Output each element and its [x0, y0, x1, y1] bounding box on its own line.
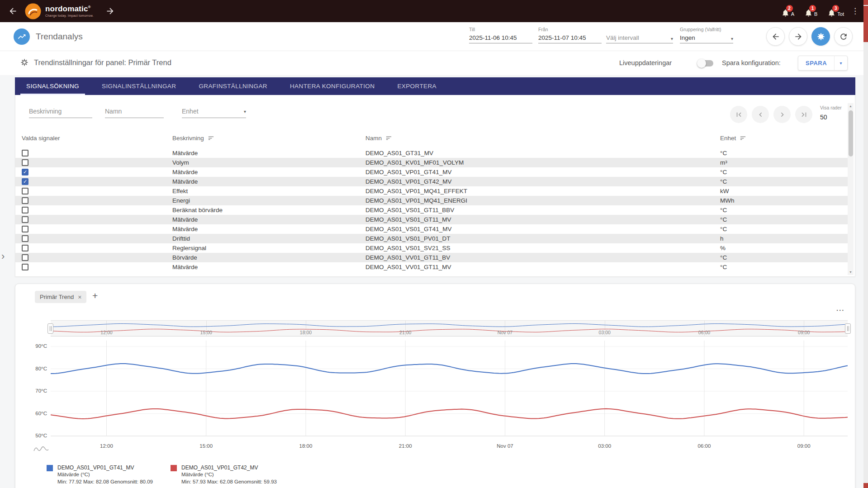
scrollbar-thumb[interactable] — [849, 110, 853, 156]
y-axis-label: 60°C — [21, 411, 47, 416]
tab-hantera-konfiguration[interactable]: HANTERA KONFIGURATION — [279, 77, 386, 95]
table-row[interactable]: VolymDEMO_AS01_KV01_MF01_VOLYMm³ — [15, 158, 849, 167]
live-updates-toggle[interactable] — [698, 60, 713, 66]
row-checkbox[interactable] — [22, 264, 28, 270]
row-checkbox[interactable]: ✓ — [22, 178, 28, 185]
forward-arrow-icon[interactable] — [105, 6, 115, 16]
history-back-button[interactable] — [766, 27, 785, 46]
notification-b[interactable]: 1B — [804, 5, 817, 17]
save-button[interactable]: SPARA — [798, 56, 834, 70]
table-row[interactable]: ✓MätvärdeDEMO_AS01_VP01_GT42_MV°C — [15, 177, 849, 186]
page-header: Trendanalys Till Från Välj intervall▾ Gr… — [0, 22, 863, 51]
previous-page-button[interactable] — [752, 106, 769, 123]
chevron-down-icon: ▾ — [671, 36, 673, 41]
scroll-up-icon[interactable]: ▲ — [848, 103, 854, 109]
rows-per-page-select[interactable]: 50 ▾ — [820, 114, 850, 121]
row-checkbox[interactable]: ✓ — [22, 169, 28, 175]
next-page-button[interactable] — [773, 106, 791, 123]
page-scroll-down[interactable] — [863, 483, 868, 488]
table-row[interactable]: ReglersignalDEMO_AS01_VS01_SV21_SS% — [15, 243, 849, 253]
navigator-right-handle[interactable] — [845, 323, 851, 334]
row-checkbox[interactable] — [22, 188, 28, 194]
drawer-expand-icon[interactable]: › — [1, 251, 5, 262]
sort-icon[interactable] — [740, 135, 746, 142]
navigator-left-handle[interactable] — [47, 323, 53, 334]
add-panel-button[interactable]: + — [92, 290, 98, 301]
live-updates-label: Liveuppdateringar — [619, 59, 672, 66]
date-till-field: Till — [469, 27, 532, 43]
history-forward-button[interactable] — [789, 27, 807, 46]
row-checkbox[interactable] — [22, 159, 28, 166]
legend-item[interactable]: DEMO_AS01_VP01_GT42_MVMätvärde (°C)Min: … — [171, 464, 294, 485]
back-arrow-icon[interactable] — [8, 6, 18, 16]
cell-description: Börvärde — [172, 254, 365, 261]
grouping-select[interactable]: Gruppering (Valfritt) Ingen▾ — [680, 27, 733, 43]
table-row[interactable]: BörvärdeDEMO_AS01_VV01_GT11_BV°C — [15, 253, 849, 262]
navigator-axis-label: 06:00 — [698, 330, 710, 335]
sort-icon[interactable] — [385, 135, 392, 142]
settings-button[interactable] — [811, 27, 830, 46]
signal-table-body: MätvärdeDEMO_AS01_GT31_MV°CVolymDEMO_AS0… — [15, 148, 849, 272]
page-scrollbar[interactable] — [863, 0, 868, 488]
legend-series-stats: Min: 77.92 Max: 82.08 Genomsnitt: 80.09 — [57, 479, 153, 486]
cell-unit: °C — [720, 216, 849, 223]
row-checkbox[interactable] — [22, 235, 28, 242]
scroll-down-icon[interactable]: ▼ — [848, 269, 854, 275]
page-scroll-up[interactable] — [863, 0, 868, 5]
column-name[interactable]: Namn — [365, 135, 720, 142]
cell-unit: °C — [720, 264, 849, 270]
column-description[interactable]: Beskrivning — [172, 135, 365, 142]
row-checkbox[interactable] — [22, 207, 28, 213]
table-row[interactable]: EnergiDEMO_AS01_VP01_MQ41_ENERGIMWh — [15, 196, 849, 205]
row-checkbox[interactable] — [22, 254, 28, 261]
tab-grafinst-llningar[interactable]: GRAFINSTÄLLNINGAR — [187, 77, 279, 95]
cell-name: DEMO_AS01_VP01_GT42_MV — [365, 178, 720, 185]
unit-filter-select[interactable]: Enhet ▾ — [182, 106, 246, 118]
table-row[interactable]: MätvärdeDEMO_AS01_VS01_GT11_MV°C — [15, 215, 849, 224]
navigator-wave-icon[interactable] — [33, 445, 49, 452]
refresh-button[interactable] — [834, 27, 853, 46]
last-page-button[interactable] — [795, 106, 812, 123]
close-icon[interactable]: × — [78, 294, 81, 301]
table-row[interactable]: ✓MätvärdeDEMO_AS01_VP01_GT41_MV°C — [15, 167, 849, 177]
trend-panel-chip[interactable]: Primär Trend × — [35, 291, 86, 303]
cell-description: Mätvärde — [172, 169, 365, 175]
table-scrollbar[interactable]: ▲ ▼ — [848, 103, 854, 275]
row-checkbox[interactable] — [22, 226, 28, 232]
date-till-input[interactable] — [469, 34, 532, 41]
legend-item[interactable]: DEMO_AS01_VP01_GT41_MVMätvärde (°C)Min: … — [47, 464, 171, 485]
chart-navigator[interactable]: 12:0015:0018:0021:00Nov 0703:0006:0009:0… — [51, 320, 848, 336]
row-checkbox[interactable] — [22, 197, 28, 204]
column-unit[interactable]: Enhet — [720, 135, 849, 142]
row-checkbox[interactable] — [22, 245, 28, 251]
brand-name: nordomatic® — [45, 5, 94, 13]
row-checkbox[interactable] — [22, 216, 28, 223]
table-row[interactable]: MätvärdeDEMO_AS01_VS01_GT41_MV°C — [15, 224, 849, 234]
cell-description: Beräknat börvärde — [172, 207, 365, 213]
first-page-button[interactable] — [730, 106, 747, 123]
overflow-menu-icon[interactable]: ⋮ — [851, 6, 859, 16]
table-row[interactable]: DrifttidDEMO_AS01_VS01_PV01_DTh — [15, 234, 849, 243]
chevron-down-icon: ▾ — [244, 109, 246, 114]
date-fran-input[interactable] — [538, 34, 602, 41]
x-axis-label: 21:00 — [399, 443, 412, 449]
description-filter-input[interactable] — [29, 106, 92, 118]
table-row[interactable]: MätvärdeDEMO_AS01_VV01_GT11_MV°C — [15, 262, 849, 272]
save-options-caret[interactable]: ▾ — [834, 56, 847, 70]
table-row[interactable]: Beräknat börvärdeDEMO_AS01_VS01_GT11_BBV… — [15, 205, 849, 215]
tab-signalinst-llningar[interactable]: SIGNALINSTÄLLNINGAR — [90, 77, 187, 95]
tab-signals-kning[interactable]: SIGNALSÖKNING — [15, 77, 90, 95]
notification-tot[interactable]: 3Tot — [827, 5, 844, 17]
brand-logo[interactable]: nordomatic® Change today. Impact tomorro… — [25, 3, 94, 19]
tab-exportera[interactable]: EXPORTERA — [386, 77, 448, 95]
table-row[interactable]: EffektDEMO_AS01_VP01_MQ41_EFFEKTkW — [15, 186, 849, 196]
name-filter-input[interactable] — [105, 106, 164, 118]
chart-menu-icon[interactable]: ⋯ — [836, 305, 845, 315]
sort-icon[interactable] — [208, 135, 214, 142]
table-row[interactable]: MätvärdeDEMO_AS01_GT31_MV°C — [15, 148, 849, 158]
row-checkbox[interactable] — [22, 150, 28, 156]
interval-select[interactable]: Välj intervall▾ — [606, 34, 673, 43]
notification-a[interactable]: 2A — [781, 5, 794, 17]
cell-unit: MWh — [720, 197, 849, 204]
page-scroll-thumb[interactable] — [863, 6, 868, 42]
